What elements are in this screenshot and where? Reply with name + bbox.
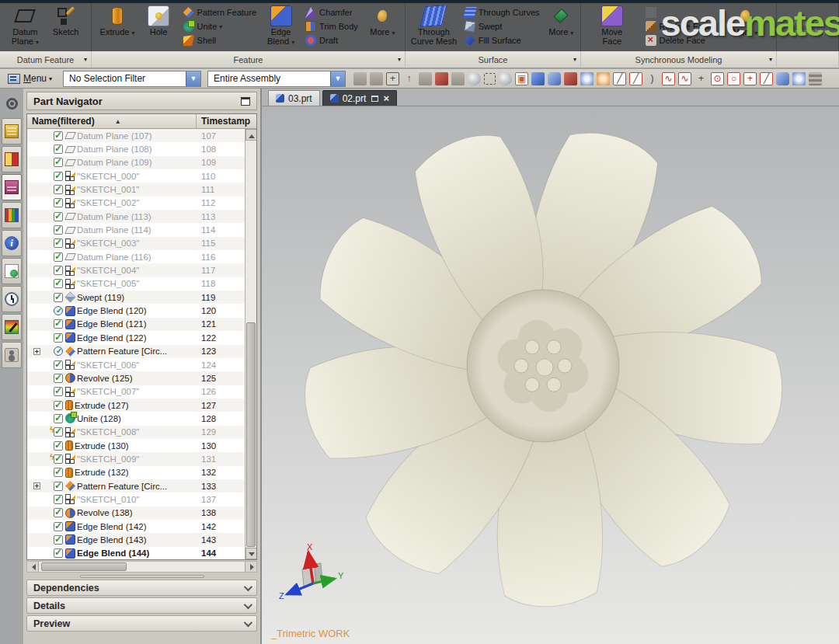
dependencies-panel-bar[interactable]: Dependencies [26,580,257,596]
axis-cross-icon[interactable]: + [695,72,708,85]
checkbox-icon[interactable] [54,266,63,275]
expand-icon[interactable] [33,348,40,355]
chevron-down-icon[interactable] [244,600,252,608]
assembly-navigator-button[interactable] [2,118,22,144]
column-timestamp[interactable]: Timestamp [197,114,256,128]
tree-row[interactable]: "SKETCH_006"124 [27,358,245,371]
graphics-window[interactable]: X Y Z _Trimetric WORK [262,106,839,644]
combo-arrow-icon[interactable]: ▼ [186,71,200,86]
tree-row[interactable]: Revolve (125)125 [27,371,245,385]
more-button[interactable]: More▾ [545,3,576,51]
orientation-triad[interactable]: X Y Z [276,543,346,613]
details-panel-bar[interactable]: Details [26,597,257,614]
settings-gear-button[interactable] [2,90,22,117]
horizontal-scrollbar[interactable] [26,561,257,573]
checkbox-icon[interactable] [54,158,63,167]
clock-check-icon[interactable] [54,306,63,315]
selection-box-icon[interactable] [484,73,496,85]
more-button[interactable]: More▾ [367,3,398,51]
line-1-icon[interactable]: ╱ [613,72,626,85]
tree-row[interactable]: Edge Blend (144)144 [27,547,245,559]
move-face-button[interactable]: MoveFace [597,3,628,51]
tree-row[interactable]: Datum Plane (107)107 [27,129,245,142]
restore-window-icon[interactable] [371,96,378,102]
snowflake-orange-icon[interactable] [597,72,610,85]
tree-row[interactable]: "SKETCH_002"112 [27,197,245,210]
dropdown-arrow-icon[interactable]: ▾ [219,23,222,30]
clock-check-icon[interactable] [54,346,63,356]
vertical-scroll-thumb[interactable] [246,322,256,547]
tab-03-prt[interactable]: 03.prt [268,90,320,106]
checkbox-icon[interactable] [54,333,63,343]
touch-hands-icon[interactable] [353,72,367,85]
hd3d-tools-button[interactable]: i [2,230,22,256]
tree-row[interactable]: Swept (119)119 [27,291,245,304]
tree-row[interactable]: Edge Blend (121)121 [27,318,245,331]
tree-row[interactable]: Extrude (132)132 [27,466,245,479]
group-dropdown-arrow-icon[interactable]: ▾ [398,56,401,63]
scroll-up-icon[interactable] [245,129,257,141]
tree-row[interactable]: Pattern Feature [Circ...123 [27,345,245,358]
checkbox-icon[interactable] [54,212,63,221]
visual-reports-button[interactable] [2,314,22,340]
hole-button[interactable]: Hole [143,3,174,51]
checkbox-icon[interactable] [54,172,63,181]
trim-body-button[interactable]: Trim Body [303,19,360,33]
scroll-left-icon[interactable] [27,562,39,572]
reuse-library-button[interactable] [2,202,22,228]
dropdown-arrow-icon[interactable]: ▾ [131,30,134,37]
sketch-button[interactable]: Sketch [50,3,82,51]
cube-red-icon[interactable] [564,72,577,85]
chamfer-button[interactable]: Chamfer [303,5,360,19]
scroll-right-icon[interactable] [245,562,256,572]
curve-icon[interactable]: ) [646,72,659,85]
tree-row[interactable]: Edge Blend (122)122 [27,331,245,344]
float-panel-icon[interactable] [241,97,250,106]
tree-row[interactable]: Datum Plane (116)116 [27,250,245,263]
arrow-up-icon[interactable]: ↑ [402,72,416,85]
through-curve-mesh-button[interactable]: ThroughCurve Mesh [409,3,458,51]
tree-row[interactable]: Datum Plane (114)114 [27,223,245,236]
dropdown-arrow-icon[interactable]: ▾ [291,39,294,46]
checkbox-icon[interactable] [54,360,63,370]
tree-row[interactable]: "SKETCH_004"117 [27,263,245,277]
web-browser-button[interactable] [2,258,22,284]
checkbox-icon[interactable] [54,495,63,504]
tree-row[interactable]: Datum Plane (109)109 [27,156,245,169]
chevron-down-icon[interactable] [244,582,252,590]
scope-combo[interactable]: Entire Assembly ▼ [207,71,346,87]
tree-row[interactable]: "SKETCH_003"115 [27,237,245,250]
pattern-feature-button[interactable]: Pattern Feature [181,5,259,19]
tree-row[interactable]: Datum Plane (113)113 [27,210,245,223]
expand-icon[interactable] [33,482,40,489]
snap-point-icon[interactable] [370,72,383,85]
extrude-button[interactable]: Extrude▾ [99,3,137,51]
shell-button[interactable]: Shell [181,33,259,47]
dropdown-arrow-icon[interactable]: ▾ [570,30,573,37]
tree-row[interactable]: Edge Blend (120)120 [27,304,245,317]
surface-patch-icon[interactable] [776,72,789,85]
selection-filter-combo[interactable]: No Selection Filter ▼ [63,71,201,87]
tree-row[interactable]: Pattern Feature [Circ...133 [27,479,245,493]
circle-center-icon[interactable]: ⊙ [711,72,724,85]
unite-button[interactable]: Unite▾ [181,19,259,33]
edge-blend-button[interactable]: EdgeBlend▾ [266,3,297,51]
cube-solid-icon[interactable] [531,72,545,85]
part-navigator-button[interactable] [2,174,22,200]
checkbox-icon[interactable] [54,468,63,477]
dropdown-arrow-icon[interactable]: ▾ [36,39,39,46]
tree-row[interactable]: "SKETCH_005"118 [27,277,245,291]
line-diag-icon[interactable]: ╱ [760,72,773,85]
combo-arrow-icon[interactable]: ▼ [330,71,345,86]
tree-row[interactable]: Extrude (127)127 [27,399,245,412]
horizontal-scroll-thumb[interactable] [41,562,127,571]
tree-row[interactable]: "SKETCH_010"137 [27,493,245,506]
checkbox-icon[interactable] [54,198,63,207]
assembly-tool-icon[interactable] [435,72,448,85]
gem-icon[interactable] [792,72,806,85]
checkbox-icon[interactable] [54,279,63,288]
checkbox-icon[interactable] [54,535,63,545]
checkbox-icon[interactable] [54,508,63,517]
close-tab-icon[interactable]: × [383,95,389,103]
group-dropdown-arrow-icon[interactable]: ▾ [769,56,772,63]
